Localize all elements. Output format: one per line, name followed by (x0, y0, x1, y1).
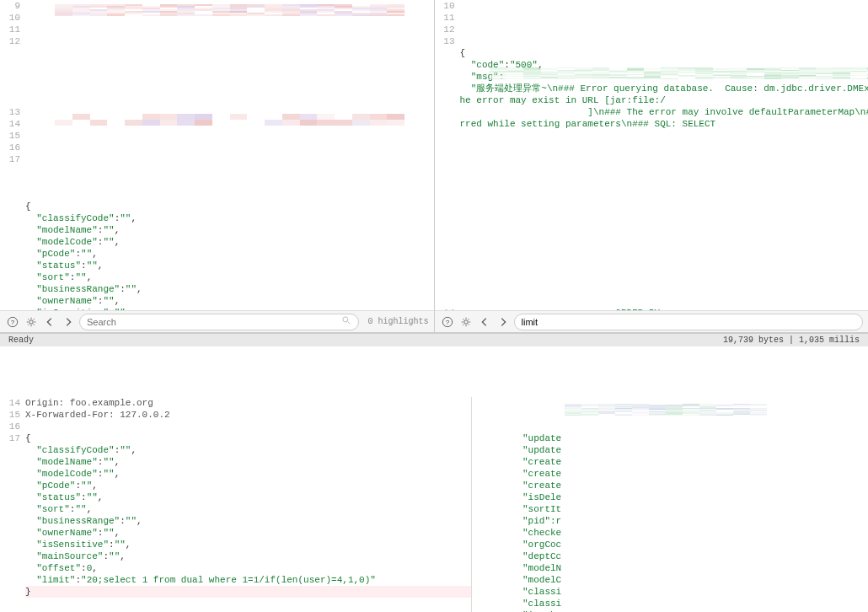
nav-prev-icon[interactable] (42, 314, 57, 330)
redacted-area-3 (490, 67, 869, 79)
right-search-input[interactable] (522, 317, 856, 327)
bottom-left-gutter: 14151617 (0, 397, 25, 612)
app-root: 91011121314151617 { "classifyCode":"", "… (0, 0, 868, 612)
right-gutter: 1011121314 (435, 0, 460, 310)
status-bytes: 19,739 bytes | 1,035 millis (723, 336, 860, 345)
help-icon[interactable]: ? (5, 314, 20, 330)
status-bar: Ready 19,739 bytes | 1,035 millis (0, 333, 868, 346)
nav-next-icon[interactable] (496, 314, 511, 330)
redacted-area-1 (55, 4, 405, 16)
right-code-area[interactable]: 1011121314 { "code":"500", "msg": "服务端处理… (435, 0, 869, 310)
help-icon[interactable]: ? (440, 314, 455, 330)
bottom-area: 14151617 Origin: foo.example.orgX-Forwar… (0, 397, 868, 612)
redacted-area-2 (55, 114, 405, 126)
right-code-lines: { "code":"500", "msg": "服务端处理异常~\n### Er… (460, 0, 869, 310)
right-diff-pane: 1011121314 { "code":"500", "msg": "服务端处理… (435, 0, 869, 332)
bottom-left-pane: 14151617 Origin: foo.example.orgX-Forwar… (0, 397, 472, 612)
svg-point-2 (29, 319, 33, 323)
bottom-right-code: "update"update"create"create"create"isDe… (522, 397, 868, 612)
right-toolbar: ? (435, 310, 869, 332)
nav-next-icon[interactable] (61, 314, 76, 330)
gear-icon[interactable] (24, 314, 39, 330)
svg-text:?: ? (445, 318, 449, 325)
status-ready: Ready (8, 336, 34, 345)
gear-icon[interactable] (458, 314, 474, 330)
search-icon (341, 315, 351, 328)
bottom-left-code: Origin: foo.example.orgX-Forwarded-For: … (25, 397, 471, 612)
svg-point-6 (463, 319, 467, 323)
svg-point-3 (343, 317, 348, 322)
right-search-box[interactable] (514, 314, 864, 330)
nav-prev-icon[interactable] (477, 314, 492, 330)
left-code-lines: { "classifyCode":"", "modelName":"", "mo… (25, 0, 434, 310)
left-code-area[interactable]: 91011121314151617 { "classifyCode":"", "… (0, 0, 434, 310)
left-diff-pane: 91011121314151617 { "classifyCode":"", "… (0, 0, 435, 332)
left-toolbar: ? 0 highlights (0, 310, 434, 332)
highlights-count: 0 highlights (367, 317, 428, 326)
bottom-right-pane: "update"update"create"create"create"isDe… (472, 397, 868, 612)
diff-area: 91011121314151617 { "classifyCode":"", "… (0, 0, 868, 333)
left-search-input[interactable] (87, 317, 341, 327)
left-search-box[interactable] (79, 314, 359, 330)
left-gutter: 91011121314151617 (0, 0, 25, 310)
redacted-area-4 (565, 404, 767, 416)
svg-text:?: ? (11, 318, 15, 325)
